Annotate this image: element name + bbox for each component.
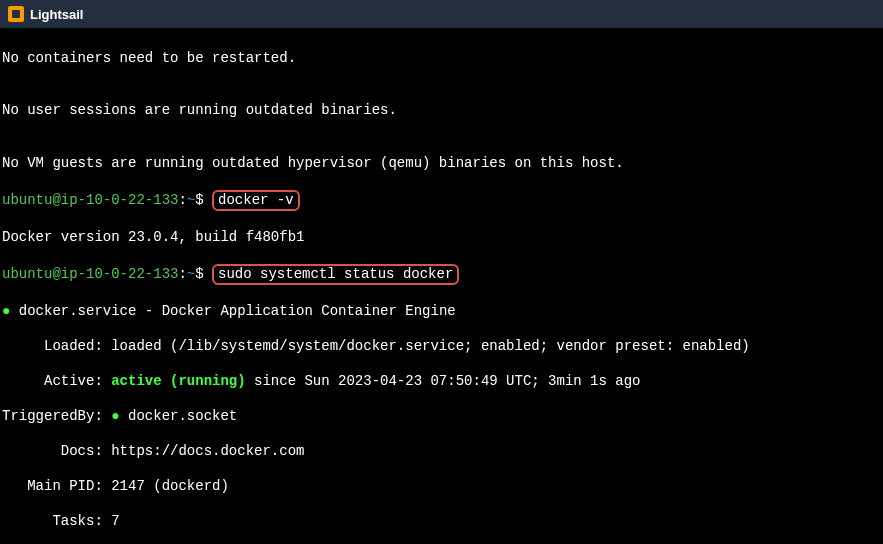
command-text: sudo systemctl status docker bbox=[218, 266, 453, 282]
pid-line: Main PID: 2147 (dockerd) bbox=[2, 478, 881, 496]
triggered-line: TriggeredBy: ● docker.socket bbox=[2, 408, 881, 426]
service-header: ● docker.service - Docker Application Co… bbox=[2, 303, 881, 321]
tasks-line: Tasks: 7 bbox=[2, 513, 881, 531]
output-line: No VM guests are running outdated hyperv… bbox=[2, 155, 881, 173]
prompt-user: ubuntu@ip-10-0-22-133 bbox=[2, 266, 178, 282]
svg-rect-0 bbox=[12, 10, 20, 18]
terminal-output[interactable]: No containers need to be restarted. No u… bbox=[0, 28, 883, 544]
prompt-user: ubuntu@ip-10-0-22-133 bbox=[2, 192, 178, 208]
prompt-path: ~ bbox=[187, 266, 195, 282]
output-line: No containers need to be restarted. bbox=[2, 50, 881, 68]
output-line: No user sessions are running outdated bi… bbox=[2, 102, 881, 120]
active-line: Active: active (running) since Sun 2023-… bbox=[2, 373, 881, 391]
app-title: Lightsail bbox=[30, 7, 83, 22]
prompt-line: ubuntu@ip-10-0-22-133:~$ sudo systemctl … bbox=[2, 264, 881, 286]
loaded-line: Loaded: loaded (/lib/systemd/system/dock… bbox=[2, 338, 881, 356]
command-highlight: docker -v bbox=[212, 190, 300, 212]
active-status: active (running) bbox=[111, 373, 245, 389]
prompt-path: ~ bbox=[187, 192, 195, 208]
output-line: Docker version 23.0.4, build f480fb1 bbox=[2, 229, 881, 247]
bullet-icon: ● bbox=[111, 408, 119, 424]
command-text: docker -v bbox=[218, 192, 294, 208]
prompt-line: ubuntu@ip-10-0-22-133:~$ docker -v bbox=[2, 190, 881, 212]
lightsail-icon bbox=[8, 6, 24, 22]
command-highlight: sudo systemctl status docker bbox=[212, 264, 459, 286]
app-header: Lightsail bbox=[0, 0, 883, 28]
docs-line: Docs: https://docs.docker.com bbox=[2, 443, 881, 461]
